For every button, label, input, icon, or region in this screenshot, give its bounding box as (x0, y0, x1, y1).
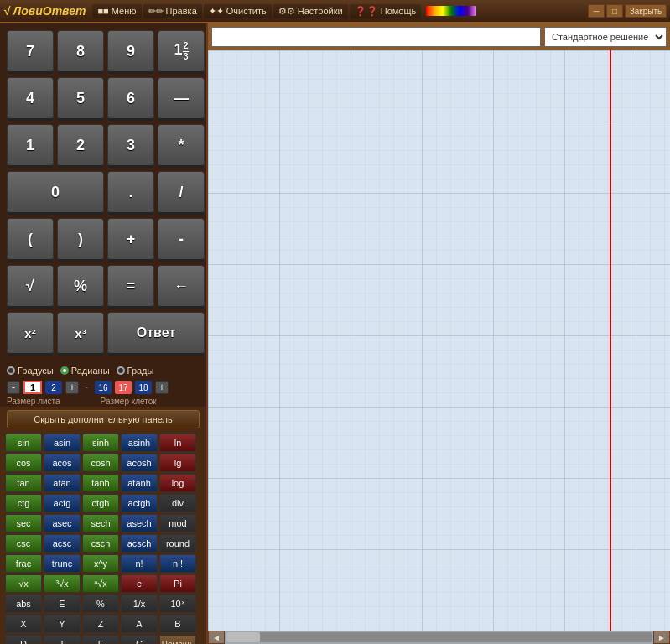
btn-pi[interactable]: Pi (159, 574, 196, 593)
btn-asech[interactable]: asech (121, 514, 158, 532)
btn-bigE[interactable]: E (44, 595, 81, 613)
btn-atan[interactable]: atan (44, 474, 81, 492)
btn-actgh[interactable]: actgh (121, 494, 158, 512)
btn-acos[interactable]: acos (44, 454, 81, 472)
clear-button[interactable]: ✦ ✦ Очистить (204, 4, 272, 18)
menu-button[interactable]: ■ ■ Меню (92, 4, 141, 18)
btn-plus[interactable]: + (107, 218, 154, 262)
solution-select[interactable]: Стандартное решение (544, 27, 667, 47)
btn-dot[interactable]: . (107, 171, 154, 215)
btn-pct[interactable]: % (82, 595, 119, 613)
scroll-thumb[interactable] (226, 632, 260, 642)
btn-ln[interactable]: ln (159, 434, 196, 452)
btn-cbrtx[interactable]: ³√x (44, 574, 81, 593)
minimize-button[interactable]: ─ (588, 4, 605, 18)
btn-divide[interactable]: / (158, 171, 205, 215)
btn-open-paren[interactable]: ( (7, 218, 54, 262)
btn-mod[interactable]: mod (159, 514, 196, 532)
btn-reciprocal[interactable]: 1/x (121, 595, 158, 613)
btn-percent[interactable]: % (57, 265, 104, 309)
btn-nthrtx[interactable]: ⁿ√x (82, 574, 119, 593)
btn-tanh[interactable]: tanh (82, 474, 119, 492)
edit-button[interactable]: ✏ ✏ Правка (143, 4, 202, 18)
btn-var-c[interactable]: C (121, 635, 158, 644)
btn-double-factorial[interactable]: n!! (159, 554, 196, 573)
radio-radians[interactable]: Радианы (60, 366, 110, 376)
help-menu-button[interactable]: ❓ ❓ Помощь (350, 4, 422, 18)
btn-abs[interactable]: abs (5, 595, 42, 613)
maximize-button[interactable]: □ (606, 4, 623, 18)
btn-asec[interactable]: asec (44, 514, 81, 532)
btn-round[interactable]: round (159, 534, 196, 553)
btn-sin[interactable]: sin (5, 434, 42, 452)
btn-1[interactable]: 1 (7, 124, 54, 168)
btn-mixed-fraction[interactable]: 1 2 3 (158, 30, 205, 74)
btn-backspace[interactable]: ← (158, 265, 205, 309)
btn-4[interactable]: 4 (7, 77, 54, 121)
btn-sinh[interactable]: sinh (82, 434, 119, 452)
btn-var-i[interactable]: I (44, 635, 81, 644)
btn-var-z[interactable]: Z (82, 615, 119, 633)
btn-10x[interactable]: 10ˣ (159, 595, 196, 613)
btn-asinh[interactable]: asinh (121, 434, 158, 452)
btn-var-f[interactable]: F (82, 635, 119, 644)
btn-acosh[interactable]: acosh (121, 454, 158, 472)
hide-panel-button[interactable]: Скрыть дополнительную панель (7, 410, 200, 428)
sheet-value-active[interactable]: 1 (23, 381, 42, 394)
btn-6[interactable]: 6 (107, 77, 154, 121)
formula-input[interactable] (211, 27, 541, 47)
btn-lg[interactable]: lg (159, 454, 196, 472)
btn-var-b[interactable]: B (159, 615, 196, 633)
sheet-plus-btn[interactable]: + (65, 381, 79, 394)
btn-asin[interactable]: asin (44, 434, 81, 452)
cell-plus-btn[interactable]: + (155, 381, 169, 394)
btn-frac[interactable]: frac (5, 554, 42, 573)
btn-var-y[interactable]: Y (44, 615, 81, 633)
btn-e[interactable]: e (121, 574, 158, 593)
btn-help-func[interactable]: Помощь (159, 635, 196, 644)
sheet-minus-btn[interactable]: - (7, 381, 20, 394)
btn-div[interactable]: div (159, 494, 196, 512)
btn-cos[interactable]: cos (5, 454, 42, 472)
btn-multiply[interactable]: * (158, 124, 205, 168)
btn-2[interactable]: 2 (57, 124, 104, 168)
btn-dash[interactable]: — (158, 77, 205, 121)
btn-acsc[interactable]: acsc (44, 534, 81, 553)
btn-factorial[interactable]: n! (121, 554, 158, 573)
btn-trunc[interactable]: trunc (44, 554, 81, 573)
btn-close-paren[interactable]: ) (57, 218, 104, 262)
btn-sech[interactable]: sech (82, 514, 119, 532)
btn-atanh[interactable]: atanh (121, 474, 158, 492)
btn-xpowy[interactable]: x^y (82, 554, 119, 573)
btn-acsch[interactable]: acsch (121, 534, 158, 553)
btn-3[interactable]: 3 (107, 124, 154, 168)
btn-var-x[interactable]: X (5, 615, 42, 633)
btn-5[interactable]: 5 (57, 77, 104, 121)
btn-minus[interactable]: - (158, 218, 205, 262)
btn-sqrt[interactable]: √ (7, 265, 54, 309)
btn-csc[interactable]: csc (5, 534, 42, 553)
btn-var-a[interactable]: A (121, 615, 158, 633)
btn-8[interactable]: 8 (57, 30, 104, 74)
btn-tan[interactable]: tan (5, 474, 42, 492)
scroll-left-btn[interactable]: ◄ (208, 631, 225, 644)
btn-7[interactable]: 7 (7, 30, 54, 74)
btn-x3[interactable]: x³ (57, 312, 104, 356)
scroll-right-btn[interactable]: ► (653, 631, 670, 644)
btn-ctgh[interactable]: ctgh (82, 494, 119, 512)
btn-sqrtx[interactable]: √x (5, 574, 42, 593)
btn-csch[interactable]: csch (82, 534, 119, 553)
btn-log[interactable]: log (159, 474, 196, 492)
settings-button[interactable]: ⚙ ⚙ Настройки (273, 4, 348, 18)
btn-cosh[interactable]: cosh (82, 454, 119, 472)
btn-sec[interactable]: sec (5, 514, 42, 532)
btn-9[interactable]: 9 (107, 30, 154, 74)
scroll-track[interactable] (226, 632, 652, 642)
radio-grads[interactable]: Грады (117, 366, 154, 376)
btn-actg[interactable]: actg (44, 494, 81, 512)
btn-ctg[interactable]: ctg (5, 494, 42, 512)
radio-degrees[interactable]: Градусы (7, 366, 54, 376)
close-button[interactable]: Закрыть (625, 4, 667, 18)
btn-0[interactable]: 0 (7, 171, 104, 215)
btn-var-d[interactable]: D (5, 635, 42, 644)
